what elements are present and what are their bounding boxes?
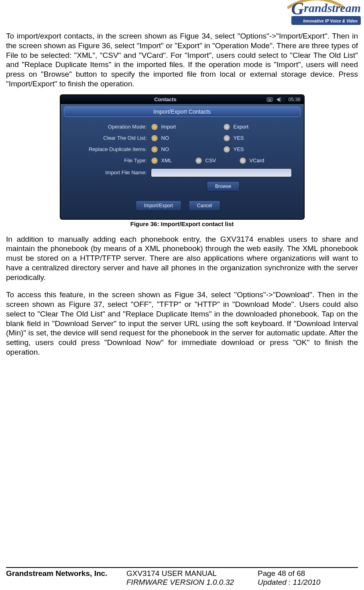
radio-clear-no[interactable] bbox=[151, 135, 158, 142]
dialog-title: Import/Export Contacts bbox=[64, 106, 301, 117]
footer-company: Grandstream Networks, Inc. bbox=[6, 569, 126, 578]
brand-name: Grandstream bbox=[291, 1, 361, 17]
footer-firmware: FIRMWARE VERSION 1.0.0.32 bbox=[126, 578, 258, 587]
separator-icon bbox=[284, 97, 284, 102]
radio-dup-yes[interactable] bbox=[223, 146, 230, 153]
opt-vcard-label: VCard bbox=[250, 157, 264, 163]
opt-clear-no-label: NO bbox=[161, 135, 169, 141]
footer-manual: GXV3174 USER MANUAL bbox=[126, 569, 258, 578]
clear-old-label: Clear The Old List: bbox=[65, 135, 151, 141]
paragraph-3: To access this feature, in the screen sh… bbox=[6, 290, 358, 357]
opt-dup-no-label: NO bbox=[161, 146, 169, 152]
keyboard-icon bbox=[267, 98, 272, 102]
device-titlebar: Contacts 05:38 bbox=[61, 95, 304, 104]
import-file-label: Import File Name: bbox=[65, 169, 151, 176]
browse-button[interactable]: Browse bbox=[207, 181, 240, 192]
radio-csv[interactable] bbox=[195, 157, 202, 164]
radio-export[interactable] bbox=[223, 123, 230, 131]
opt-dup-yes-label: YES bbox=[234, 146, 244, 152]
file-type-label: File Type: bbox=[65, 157, 151, 163]
replace-dup-label: Replace Duplicate Items: bbox=[65, 146, 151, 152]
window-title: Contacts bbox=[64, 96, 267, 102]
clock: 05:38 bbox=[288, 97, 300, 102]
footer-updated: Updated : 11/2010 bbox=[258, 578, 358, 587]
operation-mode-label: Operation Mode: bbox=[65, 124, 151, 130]
volume-icon bbox=[277, 98, 280, 102]
import-export-button[interactable]: Import/Export bbox=[136, 200, 181, 211]
brand-logo: Grandstream Innovative IP Voice & Video bbox=[291, 1, 361, 25]
figure-caption: Figure 36: Import/Export contact list bbox=[6, 220, 358, 227]
radio-clear-yes[interactable] bbox=[223, 135, 230, 142]
radio-dup-no[interactable] bbox=[151, 146, 158, 153]
radio-vcard[interactable] bbox=[239, 157, 246, 164]
opt-import-label: Import bbox=[161, 124, 176, 130]
cancel-button[interactable]: Cancel bbox=[189, 200, 220, 211]
device-screenshot: Contacts 05:38 Import/Export Contacts Op… bbox=[60, 94, 305, 220]
paragraph-2: In addition to manually adding each phon… bbox=[6, 235, 358, 282]
import-file-input[interactable] bbox=[151, 168, 292, 177]
footer-rule bbox=[6, 567, 358, 568]
brand-tagline: Innovative IP Voice & Video bbox=[303, 19, 358, 23]
opt-xml-label: XML bbox=[161, 157, 172, 163]
page-footer: Grandstream Networks, Inc. GXV3174 USER … bbox=[6, 567, 358, 587]
paragraph-1: To import/export contacts, in the screen… bbox=[6, 31, 358, 89]
opt-export-label: Export bbox=[234, 124, 249, 130]
opt-csv-label: CSV bbox=[205, 157, 216, 163]
opt-clear-yes-label: YES bbox=[234, 135, 244, 141]
radio-xml[interactable] bbox=[151, 157, 158, 164]
footer-page: Page 48 of 68 bbox=[258, 569, 358, 578]
radio-import[interactable] bbox=[151, 123, 158, 131]
